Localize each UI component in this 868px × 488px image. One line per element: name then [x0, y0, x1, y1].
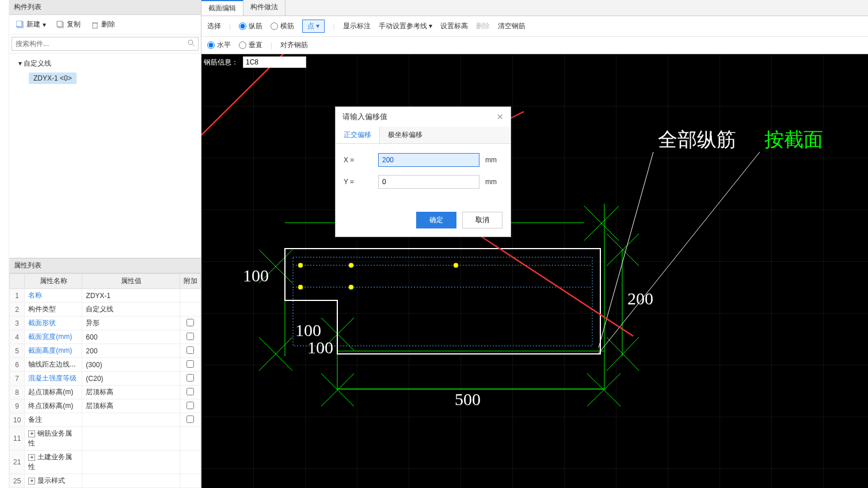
new-icon [16, 21, 24, 29]
table-row[interactable]: 4截面宽度(mm)600 [10, 330, 201, 344]
cancel-button[interactable]: 取消 [462, 212, 502, 228]
svg-point-36 [298, 263, 303, 268]
search-input[interactable] [12, 37, 199, 51]
radio-horizontal[interactable]: 水平 [207, 40, 231, 50]
offset-dialog: 请输入偏移值 ✕ 正交偏移 极坐标偏移 X = mm Y = mm 确定 取消 [335, 106, 511, 237]
search-icon[interactable] [187, 39, 195, 49]
svg-point-38 [454, 263, 458, 268]
table-row[interactable]: 9终点顶标高(m)层顶标高 [10, 399, 201, 413]
delete-tool: 删除 [476, 21, 490, 31]
section-canvas[interactable]: 100 100 100 200 500 全部纵筋 按截面 [201, 54, 868, 488]
svg-point-40 [349, 285, 353, 289]
table-row[interactable]: 7混凝土强度等级(C20) [10, 372, 201, 386]
table-row[interactable]: 3截面形状异形 [10, 317, 201, 330]
table-row[interactable]: 1名称ZDYX-1 [10, 289, 201, 303]
rebar-info-combo[interactable] [243, 56, 306, 68]
svg-line-7 [192, 44, 195, 47]
x-label: X = [344, 156, 372, 164]
copy-icon [56, 21, 64, 29]
y-unit: mm [485, 178, 502, 186]
ok-button[interactable]: 确定 [416, 212, 456, 228]
radio-zong[interactable]: 纵筋 [239, 21, 262, 31]
tab-section-edit[interactable]: 截面编辑 [201, 0, 243, 16]
table-row[interactable]: 6轴线距左边线...(300) [10, 358, 201, 372]
table-row[interactable]: 10备注 [10, 413, 201, 427]
dialog-title: 请输入偏移值 [342, 112, 387, 122]
col-name: 属性名称 [25, 274, 82, 289]
tab-ortho-offset[interactable]: 正交偏移 [336, 127, 380, 143]
col-extra: 附加 [180, 274, 201, 289]
radio-heng[interactable]: 横筋 [271, 21, 294, 31]
y-input[interactable] [378, 175, 479, 189]
svg-rect-1 [16, 21, 22, 26]
svg-point-37 [349, 263, 353, 268]
svg-rect-4 [93, 23, 97, 28]
svg-point-39 [298, 285, 303, 289]
copy-button[interactable]: 复制 [54, 18, 83, 30]
svg-point-6 [188, 40, 193, 45]
property-list-title: 属性列表 [9, 258, 201, 273]
svg-rect-3 [57, 21, 62, 26]
rebar-info-label: 钢筋信息： [204, 58, 238, 67]
x-input[interactable] [378, 153, 479, 167]
table-row[interactable]: 8起点顶标高(m)层顶标高 [10, 386, 201, 399]
point-button[interactable]: 点 ▾ [302, 20, 325, 33]
table-row[interactable]: 21+土建业务属性 [10, 451, 201, 474]
y-label: Y = [344, 178, 372, 186]
svg-text:100: 100 [307, 338, 333, 357]
select-tool[interactable]: 选择 [207, 21, 221, 31]
align-rebar[interactable]: 对齐钢筋 [280, 40, 308, 50]
tab-component-practice[interactable]: 构件做法 [243, 0, 285, 16]
property-table: 属性名称 属性值 附加 1名称ZDYX-12构件类型自定义线3截面形状异形4截面… [9, 273, 201, 488]
svg-text:全部纵筋: 全部纵筋 [658, 129, 736, 150]
svg-text:100: 100 [295, 321, 321, 340]
radio-vertical[interactable]: 垂直 [239, 40, 262, 50]
svg-text:200: 200 [627, 289, 653, 308]
tree-child-item[interactable]: ZDYX-1 <0> [29, 73, 77, 84]
set-elevation[interactable]: 设置标高 [440, 21, 468, 31]
svg-text:100: 100 [243, 266, 269, 285]
table-row[interactable]: 2构件类型自定义线 [10, 303, 201, 317]
delete-button[interactable]: 删除 [89, 18, 117, 30]
show-annotation[interactable]: 显示标注 [343, 21, 371, 31]
svg-text:按截面: 按截面 [764, 129, 823, 150]
delete-icon [91, 21, 99, 29]
component-list-title: 构件列表 [9, 0, 201, 15]
tree-root-item[interactable]: ▾ 自定义线 [15, 57, 195, 70]
table-row[interactable]: 25+显示样式 [10, 474, 201, 488]
new-button[interactable]: 新建 ▾ [14, 18, 48, 30]
tab-polar-offset[interactable]: 极坐标偏移 [380, 127, 431, 143]
table-row[interactable]: 11+钢筋业务属性 [10, 427, 201, 451]
clear-rebar[interactable]: 清空钢筋 [498, 21, 526, 31]
col-val: 属性值 [82, 274, 180, 289]
x-unit: mm [485, 156, 502, 164]
table-row[interactable]: 5截面高度(mm)200 [10, 344, 201, 358]
manual-refline[interactable]: 手动设置参考线 ▾ [379, 21, 432, 31]
svg-text:500: 500 [455, 390, 481, 409]
close-icon[interactable]: ✕ [497, 112, 504, 121]
